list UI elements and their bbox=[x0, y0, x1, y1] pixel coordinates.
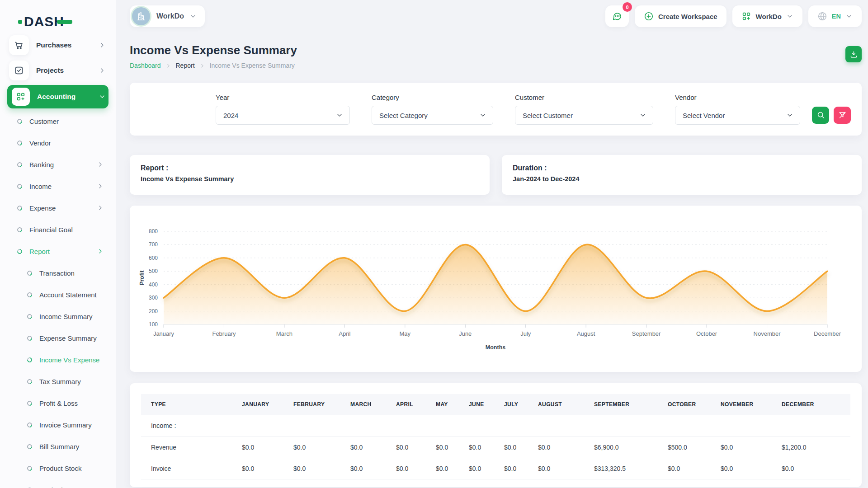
breadcrumb: DashboardReportIncome Vs Expense Summary bbox=[130, 62, 862, 69]
filter-panel: Year2024CategorySelect CategoryCustomerS… bbox=[130, 83, 862, 136]
workspace-avatar bbox=[132, 7, 150, 25]
svg-text:February: February bbox=[212, 330, 236, 337]
language-selector[interactable]: EN bbox=[808, 5, 862, 27]
sidebar-item-report[interactable]: Report bbox=[7, 240, 108, 262]
filter-group-vendor: VendorSelect Vendor bbox=[675, 94, 800, 125]
page-header: Income Vs Expense Summary DashboardRepor… bbox=[130, 43, 862, 69]
section-row-income: Income : bbox=[141, 415, 850, 437]
sidebar-item-expense-summary[interactable]: Expense Summary bbox=[7, 327, 108, 349]
filter-actions bbox=[812, 107, 851, 124]
table-row-invoice: Invoice$0.0$0.0$0.0$0.0$0.0$0.0$0.0$0.0$… bbox=[141, 458, 850, 479]
sidebar-item-vendor[interactable]: Vendor bbox=[7, 132, 108, 154]
cart-icon bbox=[9, 35, 29, 55]
globe-icon bbox=[817, 11, 827, 21]
sidebar-item-income-vs-expense[interactable]: Income Vs Expense bbox=[7, 349, 108, 371]
summary-cards: Report : Income Vs Expense Summary Durat… bbox=[130, 155, 862, 195]
sidebar: DASH PurchasesProjectsAccountingCustomer… bbox=[0, 0, 116, 488]
sidebar-item-label: Projects bbox=[36, 66, 99, 75]
sidebar-item-account-statement[interactable]: Account Statement bbox=[7, 284, 108, 305]
apply-filter-button[interactable] bbox=[812, 107, 829, 124]
sidebar-item-label: Income Summary bbox=[39, 313, 104, 320]
sidebar-item-label: Expense bbox=[29, 204, 97, 212]
sidebar-item-product-stock[interactable]: Product Stock bbox=[7, 457, 108, 479]
bullet-icon bbox=[26, 313, 33, 320]
year-select[interactable]: 2024 bbox=[216, 106, 350, 125]
sidebar-item-bill-summary[interactable]: Bill Summary bbox=[7, 436, 108, 457]
bullet-icon bbox=[26, 486, 33, 488]
topbar-actions: 0 Create Workspace WorkDo EN bbox=[605, 5, 862, 27]
sidebar-item-income[interactable]: Income bbox=[7, 175, 108, 197]
search-icon bbox=[816, 111, 825, 119]
accounting-grid-icon bbox=[12, 88, 30, 106]
bullet-icon bbox=[16, 204, 24, 211]
bullet-icon bbox=[26, 465, 33, 472]
bullet-icon bbox=[26, 291, 33, 298]
selected-value: Select Customer bbox=[523, 112, 639, 119]
sidebar-item-label: Profit & Loss bbox=[39, 399, 104, 407]
reset-filter-button[interactable] bbox=[834, 107, 851, 124]
income-expense-table: TYPEJANUARYFEBRUARYMARCHAPRILMAYJUNEJULY… bbox=[141, 394, 850, 487]
bullet-icon bbox=[16, 139, 24, 146]
svg-text:April: April bbox=[339, 330, 350, 337]
filter-group-year: Year2024 bbox=[216, 94, 350, 125]
create-workspace-button[interactable]: Create Workspace bbox=[635, 5, 726, 27]
svg-text:March: March bbox=[276, 330, 292, 337]
table-header-row: TYPEJANUARYFEBRUARYMARCHAPRILMAYJUNEJULY… bbox=[141, 394, 850, 415]
chevron-right-icon bbox=[97, 183, 104, 190]
filter-label: Customer bbox=[515, 94, 653, 101]
profit-chart-card: 100200300400500600700800JanuaryFebruaryM… bbox=[130, 206, 862, 372]
download-report-button[interactable] bbox=[845, 46, 862, 62]
report-card-title: Report : bbox=[141, 164, 479, 172]
app-logo[interactable]: DASH bbox=[7, 0, 108, 33]
sidebar-item-banking[interactable]: Banking bbox=[7, 154, 108, 175]
logo-bar-icon bbox=[57, 20, 72, 24]
bullet-icon bbox=[26, 269, 33, 277]
sidebar-item-label: Cash Flow bbox=[39, 486, 104, 488]
selected-value: Select Category bbox=[379, 112, 479, 119]
chevron-right-icon bbox=[99, 42, 106, 49]
chevron-right-icon bbox=[97, 161, 104, 168]
column-header-type: TYPE bbox=[141, 394, 232, 415]
sidebar-item-projects[interactable]: Projects bbox=[7, 58, 108, 83]
breadcrumb-income-vs-expense-summary: Income Vs Expense Summary bbox=[210, 62, 295, 69]
sidebar-item-transaction[interactable]: Transaction bbox=[7, 262, 108, 284]
sidebar-item-label: Account Statement bbox=[39, 291, 104, 299]
tasks-icon bbox=[9, 61, 29, 80]
column-header-may: MAY bbox=[426, 394, 459, 415]
sidebar-item-profit-loss[interactable]: Profit & Loss bbox=[7, 392, 108, 414]
topbar: WorkDo 0 Create Workspace WorkDo EN bbox=[130, 5, 862, 27]
svg-text:400: 400 bbox=[149, 282, 158, 288]
sidebar-item-invoice-summary[interactable]: Invoice Summary bbox=[7, 414, 108, 436]
customer-select[interactable]: Select Customer bbox=[515, 106, 653, 125]
chevron-down-icon bbox=[786, 13, 793, 20]
language-label: EN bbox=[832, 13, 841, 20]
income-expense-table-card: TYPEJANUARYFEBRUARYMARCHAPRILMAYJUNEJULY… bbox=[130, 383, 862, 487]
sidebar-item-label: Transaction bbox=[39, 269, 104, 277]
sidebar-item-cash-flow[interactable]: Cash Flow bbox=[7, 479, 108, 488]
workspace-menu-button[interactable]: WorkDo bbox=[732, 5, 802, 27]
main-content: WorkDo 0 Create Workspace WorkDo EN bbox=[116, 0, 868, 488]
table-row-revenue: Revenue$0.0$0.0$0.0$0.0$0.0$0.0$0.0$0.0$… bbox=[141, 437, 850, 458]
column-header-august: AUGUST bbox=[528, 394, 584, 415]
sidebar-item-expense[interactable]: Expense bbox=[7, 197, 108, 219]
messages-button[interactable]: 0 bbox=[605, 5, 629, 27]
sidebar-item-accounting[interactable]: Accounting bbox=[7, 85, 108, 108]
sidebar-item-label: Income bbox=[29, 183, 97, 190]
clear-filter-icon bbox=[838, 111, 847, 119]
chevron-down-icon bbox=[845, 13, 853, 20]
vendor-select[interactable]: Select Vendor bbox=[675, 106, 800, 125]
filter-fields: Year2024CategorySelect CategoryCustomerS… bbox=[216, 94, 800, 125]
sidebar-item-label: Tax Summary bbox=[39, 378, 104, 385]
workspace-switcher[interactable]: WorkDo bbox=[130, 5, 205, 27]
messages-count-badge: 0 bbox=[623, 2, 632, 12]
breadcrumb-dashboard[interactable]: Dashboard bbox=[130, 62, 161, 69]
sidebar-item-financial-goal[interactable]: Financial Goal bbox=[7, 219, 108, 240]
category-select[interactable]: Select Category bbox=[372, 106, 493, 125]
sidebar-item-purchases[interactable]: Purchases bbox=[7, 33, 108, 58]
sidebar-item-tax-summary[interactable]: Tax Summary bbox=[7, 371, 108, 392]
sidebar-item-customer[interactable]: Customer bbox=[7, 110, 108, 132]
column-header-february: FEBRUARY bbox=[283, 394, 340, 415]
sidebar-item-income-summary[interactable]: Income Summary bbox=[7, 305, 108, 327]
chevron-down-icon bbox=[99, 93, 106, 100]
sidebar-item-label: Customer bbox=[29, 117, 104, 125]
